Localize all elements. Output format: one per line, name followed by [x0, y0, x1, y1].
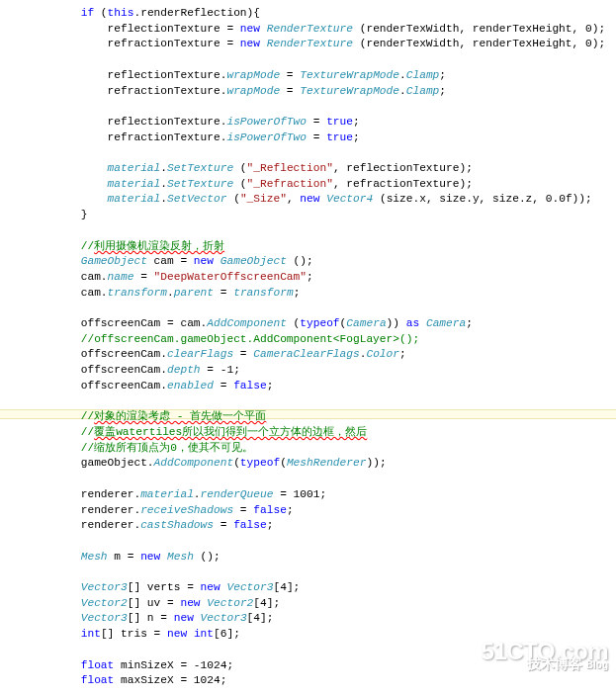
code-line: Vector2[] uv = new Vector2[4]; [28, 596, 616, 612]
code-line: offscreenCam.depth = -1; [28, 363, 616, 379]
watermark: 51CTO.com 技术博客Blog [482, 644, 608, 673]
code-line: material.SetTexture ("_Reflection", refl… [28, 161, 616, 177]
code-line [28, 565, 616, 580]
code-line: //offscreenCam.gameObject.AddComponent<F… [28, 332, 616, 348]
code-line: reflectionTexture.wrapMode = TextureWrap… [28, 68, 616, 84]
code-line: } [28, 208, 616, 223]
code-line: cam.transform.parent = transform; [28, 286, 616, 302]
code-line: //缩放所有顶点为0，使其不可见。 [28, 441, 616, 457]
code-line: refractionTexture = new RenderTexture (r… [28, 37, 616, 52]
code-line: renderer.material.renderQueue = 1001; [28, 487, 616, 503]
code-line: cam.name = "DeepWaterOffscreenCam"; [28, 270, 616, 286]
code-line: reflectionTexture = new RenderTexture (r… [28, 22, 616, 38]
code-lines: if (this.renderReflection){ reflectionTe… [28, 6, 616, 689]
code-line: //覆盖watertiles所以我们得到一个立方体的边框，然后 [28, 425, 616, 441]
code-line: Mesh m = new Mesh (); [28, 550, 616, 566]
code-line: refractionTexture.wrapMode = TextureWrap… [28, 84, 616, 100]
code-block: if (this.renderReflection){ reflectionTe… [0, 0, 616, 695]
code-line [28, 52, 616, 68]
code-line [28, 472, 616, 487]
code-line: //利用摄像机渲染反射，折射 [28, 239, 616, 255]
code-line [28, 301, 616, 316]
code-line: gameObject.AddComponent(typeof(MeshRende… [28, 456, 616, 472]
code-line: Vector3[] n = new Vector3[4]; [28, 611, 616, 627]
code-line: renderer.receiveShadows = false; [28, 503, 616, 519]
code-line: renderer.castShadows = false; [28, 518, 616, 534]
code-line: material.SetTexture ("_Refraction", refr… [28, 177, 616, 193]
code-line: //对象的渲染考虑 - 首先做一个平面 [28, 409, 616, 425]
code-line: if (this.renderReflection){ [28, 6, 616, 22]
code-line [28, 394, 616, 410]
code-line: material.SetVector ("_Size", new Vector4… [28, 192, 616, 208]
code-line: reflectionTexture.isPowerOfTwo = true; [28, 115, 616, 130]
code-line: offscreenCam.enabled = false; [28, 379, 616, 394]
code-line: offscreenCam = cam.AddComponent (typeof(… [28, 316, 616, 332]
code-line [28, 145, 616, 161]
code-line [28, 99, 616, 115]
code-line: GameObject cam = new GameObject (); [28, 254, 616, 270]
code-line: float maxSizeX = 1024; [28, 673, 616, 689]
code-line [28, 534, 616, 550]
code-line: refractionTexture.isPowerOfTwo = true; [28, 130, 616, 146]
code-line: offscreenCam.clearFlags = CameraClearFla… [28, 347, 616, 363]
code-line [28, 223, 616, 239]
code-line: Vector3[] verts = new Vector3[4]; [28, 580, 616, 596]
